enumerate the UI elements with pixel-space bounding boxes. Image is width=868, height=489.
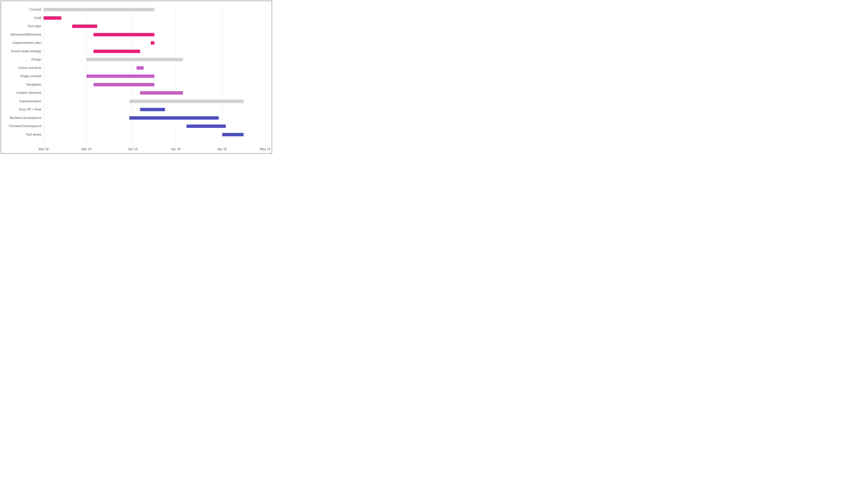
gantt-summary-bar xyxy=(43,8,154,11)
gantt-task-label: Frontend Development xyxy=(1,124,41,128)
gantt-task-row: Texts HP + Rest xyxy=(1,106,265,114)
gantt-summary-bar xyxy=(129,99,244,103)
x-tick-label: Apr 19 xyxy=(218,147,227,151)
x-tick-label: Apr 19 xyxy=(171,147,181,151)
gantt-task-row: Implementation xyxy=(1,97,265,106)
gantt-task-label: Tech plan xyxy=(1,24,41,28)
x-tick-label: Apr 19 xyxy=(128,147,137,151)
gantt-task-label: Graphic elements xyxy=(1,91,41,95)
gantt-task-bar xyxy=(140,108,165,111)
gantt-task-bar xyxy=(151,41,154,45)
gantt-task-bar xyxy=(136,66,144,70)
gantt-chart: ConceptDraftTech planStoryboard/Wirefram… xyxy=(1,1,272,153)
gantt-task-row: Test phase xyxy=(1,131,265,139)
gantt-task-label: Implementation plan xyxy=(1,41,41,45)
gantt-bar-wrap xyxy=(43,114,265,122)
gantt-bar-wrap xyxy=(43,106,265,114)
gantt-task-row: Backend development xyxy=(1,114,265,122)
gantt-task-label: Storyboard/Wireframe xyxy=(1,33,41,36)
gantt-bar-wrap xyxy=(43,55,265,64)
gantt-task-label: Social media strategy xyxy=(1,50,41,53)
gantt-task-bar xyxy=(94,83,154,86)
gantt-task-row: Draft xyxy=(1,14,265,22)
gantt-task-bar xyxy=(140,91,183,94)
gantt-summary-bar xyxy=(86,58,183,61)
gantt-bar-wrap xyxy=(43,89,265,97)
gantt-task-label: Texts HP + Rest xyxy=(1,108,41,111)
gantt-task-label: Design xyxy=(1,58,41,61)
gantt-task-row: Frontend Development xyxy=(1,122,265,131)
gantt-task-label: Image concept xyxy=(1,74,41,78)
gantt-task-row: Concept xyxy=(1,5,265,14)
gantt-bar-wrap xyxy=(43,30,265,39)
gantt-task-bar xyxy=(222,133,244,136)
gantt-task-bar xyxy=(129,116,218,120)
gantt-x-axis: Mar 19Mar 19Apr 19Apr 19Apr 19May 19 xyxy=(43,144,265,153)
gantt-task-row: Graphic elements xyxy=(1,89,265,97)
gantt-task-label: Colors and fonts xyxy=(1,66,41,70)
gantt-task-row: Implementation plan xyxy=(1,39,265,47)
gantt-task-row: Design xyxy=(1,55,265,64)
gantt-bar-wrap xyxy=(43,97,265,106)
x-tick-label: May 19 xyxy=(260,147,270,151)
gantt-plot-area: ConceptDraftTech planStoryboard/Wirefram… xyxy=(43,5,265,144)
x-tick-label: Mar 19 xyxy=(82,147,91,151)
gantt-task-row: Colors and fonts xyxy=(1,64,265,72)
gantt-task-label: Implementation xyxy=(1,99,41,103)
gantt-bar-wrap xyxy=(43,22,265,30)
gantt-bar-wrap xyxy=(43,64,265,72)
gantt-bar-wrap xyxy=(43,72,265,81)
gantt-task-row: Social media strategy xyxy=(1,47,265,56)
gantt-bar-wrap xyxy=(43,122,265,131)
gantt-bar-wrap xyxy=(43,131,265,139)
gantt-task-bar xyxy=(86,75,154,78)
gantt-task-label: Navigation xyxy=(1,83,41,86)
gantt-task-bar xyxy=(187,124,226,128)
gantt-bar-wrap xyxy=(43,39,265,47)
gantt-bar-wrap xyxy=(43,81,265,89)
gantt-task-bar xyxy=(94,50,140,53)
gantt-task-row: Storyboard/Wireframe xyxy=(1,30,265,39)
gantt-task-label: Concept xyxy=(1,8,41,11)
gantt-task-bar xyxy=(43,16,61,20)
x-tick-label: Mar 19 xyxy=(39,147,49,151)
gantt-task-row: Tech plan xyxy=(1,22,265,30)
gantt-bar-wrap xyxy=(43,5,265,14)
gantt-task-label: Draft xyxy=(1,16,41,20)
gantt-task-row: Navigation xyxy=(1,81,265,89)
gantt-task-label: Test phase xyxy=(1,133,41,137)
gantt-bar-wrap xyxy=(43,47,265,56)
gantt-bar-wrap xyxy=(43,14,265,22)
gantt-task-label: Backend development xyxy=(1,116,41,120)
gantt-task-row: Image concept xyxy=(1,72,265,81)
gantt-task-bar xyxy=(94,33,154,36)
gantt-task-bar xyxy=(72,25,97,28)
